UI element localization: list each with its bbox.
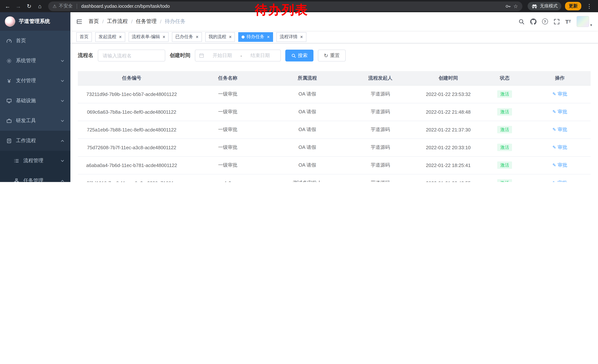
security-label: 不安全 — [59, 3, 73, 9]
create-time-label: 创建时间 — [170, 52, 191, 59]
browser-reload-icon[interactable]: ↻ — [25, 1, 34, 11]
approve-link[interactable]: ✎审批 — [552, 91, 567, 97]
close-icon[interactable]: × — [300, 34, 303, 39]
cell-process: 测试多审批人 — [270, 174, 344, 182]
cell-task-name: 一级审批 — [185, 138, 270, 156]
main-area: 首页 / 工作流程 / 任务管理 / 待办任务 ? — [70, 12, 598, 182]
user-menu[interactable]: ▾ — [576, 16, 592, 27]
update-button[interactable]: 更新 — [565, 2, 581, 10]
sidebar-item-task-management[interactable]: 任务管理 — [0, 171, 70, 182]
tab-todo-task[interactable]: 待办任务 × — [238, 32, 273, 42]
tab-my-process[interactable]: 我的流程 × — [205, 32, 235, 42]
tab-start-process[interactable]: 发起流程 × — [95, 32, 125, 42]
status-badge: 激活 — [497, 108, 512, 115]
address-divider — [77, 4, 77, 9]
cell-created: 2022-01-22 20:33:10 — [416, 138, 480, 156]
date-range-picker[interactable]: 开始日期 - 结束日期 — [195, 50, 281, 61]
cell-task-name: 一级审批 — [185, 85, 270, 103]
browser-forward-icon[interactable]: → — [14, 1, 23, 11]
breadcrumb-current: 待办任务 — [165, 18, 185, 25]
edit-icon: ✎ — [552, 109, 556, 114]
approve-link[interactable]: ✎审批 — [552, 180, 567, 182]
sidebar-item-infrastructure[interactable]: 基础设施 — [0, 91, 70, 111]
cell-action: ✎审批 — [529, 121, 590, 138]
cell-action: ✎审批 — [529, 174, 590, 182]
sidebar-item-workflow[interactable]: 工作流程 — [0, 131, 70, 151]
approve-link[interactable]: ✎审批 — [552, 144, 567, 151]
approve-link[interactable]: ✎审批 — [552, 108, 567, 115]
yen-icon: ¥ — [6, 78, 12, 84]
breadcrumb-separator: / — [160, 18, 162, 24]
gear-icon — [6, 57, 12, 64]
table-row: a6aba0a4-7b6d-11ec-b781-acde48001122 一级审… — [78, 156, 590, 174]
breadcrumb-task-management[interactable]: 任务管理 — [136, 18, 157, 25]
sidebar-item-home[interactable]: 首页 — [0, 31, 70, 51]
tree-icon — [13, 178, 20, 182]
close-icon[interactable]: × — [267, 34, 270, 39]
cell-initiator: 芋道源码 — [344, 121, 416, 138]
edit-icon: ✎ — [552, 180, 556, 182]
active-dot — [242, 35, 245, 38]
sidebar-item-label: 基础设施 — [16, 97, 36, 104]
approve-link[interactable]: ✎审批 — [552, 162, 567, 169]
bookmark-star-icon[interactable]: ☆ — [513, 3, 518, 9]
browser-home-icon[interactable]: ⌂ — [35, 1, 44, 11]
cell-task-name: 1.2 — [185, 174, 270, 182]
cell-action: ✎审批 — [529, 103, 590, 121]
github-icon[interactable] — [530, 18, 536, 25]
tab-process-detail[interactable]: 流程详情 × — [276, 32, 306, 42]
cell-initiator: 芋道源码 — [344, 174, 416, 182]
approve-link[interactable]: ✎审批 — [552, 126, 567, 133]
search-icon[interactable] — [518, 18, 524, 25]
breadcrumb-home[interactable]: 首页 — [89, 18, 99, 25]
start-date-placeholder: 开始日期 — [206, 52, 239, 59]
tab-home[interactable]: 首页 — [76, 32, 92, 42]
cell-status: 激活 — [480, 156, 529, 174]
cell-created: 2022-01-22 21:37:30 — [416, 121, 480, 138]
sidebar-item-devtools[interactable]: 研发工具 — [0, 111, 70, 131]
sidebar-item-payment[interactable]: ¥ 支付管理 — [0, 71, 70, 91]
todo-task-table: 任务编号 任务名称 所属流程 流程发起人 创建时间 状态 操作 73211d9d… — [78, 71, 590, 182]
cell-task-id: 75d72608-7b7f-11ec-a3c8-acde48001122 — [78, 138, 185, 156]
sidebar-toggle-icon[interactable] — [76, 18, 83, 25]
table-row: 75d72608-7b7f-11ec-a3c8-acde48001122 一级审… — [78, 138, 590, 156]
incognito-badge: 无痕模式 — [528, 2, 561, 10]
col-task-name: 任务名称 — [185, 71, 270, 85]
table-row: 73211d9d-7b9b-11ec-b5b7-acde48001122 一级审… — [78, 85, 590, 103]
incognito-label: 无痕模式 — [540, 3, 558, 9]
close-icon[interactable]: × — [162, 34, 165, 39]
tab-process-form-edit[interactable]: 流程表单-编辑 × — [128, 32, 169, 42]
reset-button[interactable]: ↻ 重置 — [318, 50, 346, 61]
browser-menu-icon[interactable]: ⋮ — [585, 3, 594, 9]
password-key-icon[interactable] — [505, 3, 511, 9]
tab-label: 已办任务 — [175, 34, 193, 40]
close-icon[interactable]: × — [119, 34, 122, 39]
cell-task-id: 069c6a63-7b8a-11ec-8ef0-acde48001122 — [78, 103, 185, 121]
cell-process: OA 请假 — [270, 138, 344, 156]
calendar-icon — [199, 53, 204, 58]
fullscreen-icon[interactable] — [553, 18, 560, 25]
sidebar-item-system[interactable]: 系统管理 — [0, 51, 70, 71]
process-name-input[interactable] — [98, 50, 165, 61]
sidebar-item-process-management[interactable]: 流程管理 — [0, 151, 70, 171]
refresh-icon: ↻ — [324, 53, 328, 58]
close-icon[interactable]: × — [196, 34, 199, 39]
help-icon[interactable]: ? — [542, 18, 548, 24]
avatar — [576, 16, 589, 27]
breadcrumb-workflow[interactable]: 工作流程 — [107, 18, 128, 25]
chevron-down-icon — [60, 159, 65, 163]
font-size-icon[interactable]: TT — [565, 19, 571, 24]
cell-initiator: 芋道源码 — [344, 156, 416, 174]
close-icon[interactable]: × — [229, 34, 232, 39]
edit-icon: ✎ — [552, 127, 556, 132]
search-button[interactable]: 搜索 — [285, 50, 314, 61]
cell-process: OA 请假 — [270, 121, 344, 138]
sidebar: 芋道管理系统 首页 系统管理 ¥ 支付管 — [0, 12, 70, 182]
status-badge: 激活 — [497, 144, 512, 151]
cell-process: OA 请假 — [270, 85, 344, 103]
browser-back-icon[interactable]: ← — [3, 1, 12, 11]
sidebar-item-label: 工作流程 — [16, 138, 36, 144]
cell-initiator: 芋道源码 — [344, 85, 416, 103]
tab-label: 发起流程 — [99, 34, 116, 40]
tab-done-task[interactable]: 已办任务 × — [172, 32, 202, 42]
